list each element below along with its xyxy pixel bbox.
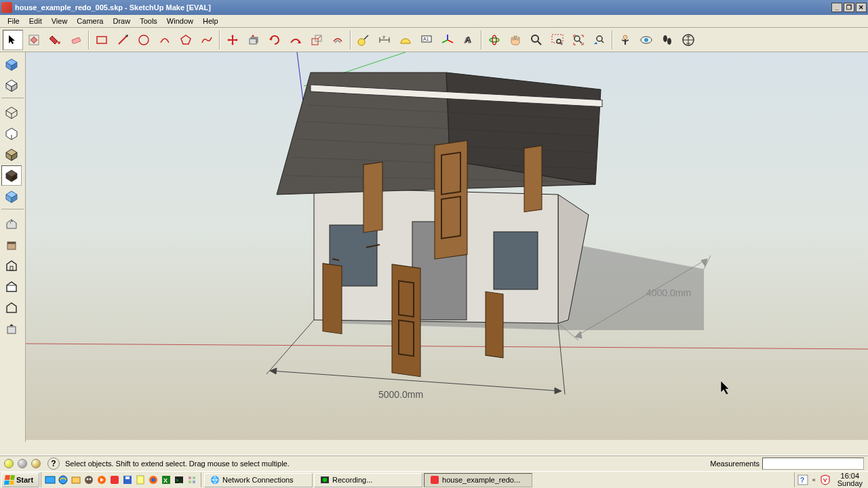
svg-rect-3 bbox=[97, 37, 106, 43]
paint-bucket-tool[interactable] bbox=[45, 30, 65, 50]
menu-camera[interactable]: Camera bbox=[72, 16, 108, 26]
console-icon[interactable]: >_ bbox=[173, 474, 185, 486]
status-hint: Select objects. Shift to extend select. … bbox=[65, 460, 290, 468]
section-plane-tool[interactable] bbox=[678, 30, 698, 50]
style-monochrome-icon[interactable] bbox=[1, 186, 22, 207]
rotate-tool[interactable] bbox=[264, 30, 285, 50]
geolocation-icon[interactable] bbox=[4, 459, 14, 468]
media-icon[interactable] bbox=[96, 474, 108, 486]
explorer-icon[interactable] bbox=[70, 474, 82, 486]
claim-credit-icon[interactable] bbox=[31, 459, 41, 468]
axes-tool[interactable] bbox=[437, 30, 458, 50]
credits-icon[interactable] bbox=[18, 459, 27, 468]
dimension-depth-label: 4000.0mm bbox=[646, 287, 691, 298]
warehouse-share-icon[interactable] bbox=[1, 235, 22, 255]
3d-text-tool[interactable]: AA bbox=[458, 30, 479, 50]
zoom-extents-tool[interactable] bbox=[568, 30, 589, 50]
scene-svg: 5000.0mm 4000.0mm bbox=[26, 52, 868, 440]
position-camera-tool[interactable] bbox=[615, 30, 635, 50]
svg-marker-6 bbox=[181, 35, 191, 44]
material-1-icon[interactable] bbox=[1, 54, 22, 75]
menu-file[interactable]: File bbox=[3, 16, 24, 26]
gimp-icon[interactable] bbox=[83, 474, 95, 486]
sketchup-ql-icon[interactable] bbox=[108, 474, 121, 486]
svg-line-11 bbox=[364, 35, 368, 39]
followme-tool[interactable] bbox=[285, 30, 306, 50]
tray-shield-icon[interactable]: V bbox=[820, 474, 831, 485]
style-shaded-icon[interactable] bbox=[1, 144, 22, 165]
polygon-tool[interactable] bbox=[176, 30, 196, 50]
dimension-width-label: 5000.0mm bbox=[378, 389, 423, 400]
arc-tool[interactable] bbox=[155, 30, 175, 50]
style-textured-icon[interactable] bbox=[1, 165, 22, 186]
svg-rect-98 bbox=[189, 481, 191, 483]
show-desktop-icon[interactable] bbox=[44, 474, 56, 486]
walk-tool[interactable] bbox=[657, 30, 677, 50]
warehouse-get-icon[interactable] bbox=[1, 214, 22, 234]
svg-rect-89 bbox=[137, 476, 144, 484]
zoom-tool[interactable] bbox=[526, 30, 547, 50]
zoom-window-tool[interactable] bbox=[547, 30, 568, 50]
model-viewport[interactable]: 5000.0mm 4000.0mm bbox=[26, 52, 868, 440]
make-component-tool[interactable] bbox=[24, 30, 44, 50]
notes-icon[interactable] bbox=[134, 474, 146, 486]
svg-point-102 bbox=[323, 478, 327, 482]
svg-point-82 bbox=[85, 476, 93, 484]
orbit-tool[interactable] bbox=[484, 30, 505, 50]
circle-tool[interactable] bbox=[134, 30, 154, 50]
move-tool[interactable] bbox=[222, 30, 243, 50]
svg-rect-47 bbox=[7, 242, 16, 244]
menu-tools[interactable]: Tools bbox=[135, 16, 162, 26]
freehand-tool[interactable] bbox=[197, 30, 217, 50]
tray-help-icon[interactable]: ? bbox=[797, 474, 808, 485]
select-tool[interactable] bbox=[3, 30, 23, 50]
ie-icon[interactable] bbox=[57, 474, 69, 486]
menu-view[interactable]: View bbox=[47, 16, 73, 26]
task-network[interactable]: Network Connections bbox=[204, 473, 313, 487]
text-tool[interactable]: A1 bbox=[416, 30, 437, 50]
firefox-icon[interactable] bbox=[147, 474, 159, 486]
task-recording[interactable]: Recording... bbox=[314, 473, 422, 487]
eraser-tool[interactable] bbox=[66, 30, 86, 50]
tape-measure-tool[interactable] bbox=[353, 30, 374, 50]
excel-icon[interactable]: X bbox=[160, 474, 172, 486]
pushpull-tool[interactable] bbox=[243, 30, 264, 50]
line-tool[interactable] bbox=[113, 30, 133, 50]
preview-gearth-icon[interactable] bbox=[1, 298, 22, 318]
help-icon[interactable]: ? bbox=[47, 458, 60, 470]
photo-textures-icon[interactable] bbox=[1, 277, 22, 297]
svg-point-84 bbox=[90, 479, 92, 481]
rectangle-tool[interactable] bbox=[92, 30, 112, 50]
style-hidden-icon[interactable] bbox=[1, 123, 22, 144]
app-icon-ql[interactable] bbox=[186, 474, 198, 486]
save-icon[interactable] bbox=[121, 474, 134, 486]
tray-expand-icon[interactable]: « bbox=[812, 476, 816, 483]
svg-text:V: V bbox=[823, 477, 827, 483]
style-wireframe-icon[interactable] bbox=[1, 102, 22, 123]
maximize-button[interactable]: ❐ bbox=[844, 3, 854, 12]
previous-view-tool[interactable] bbox=[589, 30, 610, 50]
menu-draw[interactable]: Draw bbox=[108, 16, 135, 26]
minimize-button[interactable]: _ bbox=[831, 3, 842, 12]
upload-component-icon[interactable] bbox=[1, 319, 22, 339]
svg-point-23 bbox=[490, 38, 499, 42]
protractor-tool[interactable] bbox=[395, 30, 416, 50]
taskbar-clock[interactable]: 16:04 Sunday bbox=[835, 472, 865, 487]
dimension-tool[interactable]: 3' bbox=[374, 30, 395, 50]
pan-tool[interactable] bbox=[505, 30, 526, 50]
menu-window[interactable]: Window bbox=[162, 16, 198, 26]
measurements-input[interactable] bbox=[762, 458, 864, 470]
svg-text:A1: A1 bbox=[423, 37, 429, 41]
scale-tool[interactable] bbox=[307, 30, 327, 50]
svg-rect-79 bbox=[45, 476, 55, 483]
building-maker-icon[interactable] bbox=[1, 256, 22, 276]
start-button[interactable]: Start bbox=[1, 472, 39, 487]
menu-edit[interactable]: Edit bbox=[24, 16, 47, 26]
material-2-icon[interactable] bbox=[1, 75, 22, 96]
menu-help[interactable]: Help bbox=[198, 16, 223, 26]
close-button[interactable]: ✕ bbox=[856, 3, 867, 12]
svg-point-91 bbox=[151, 478, 155, 482]
task-sketchup[interactable]: house_example_redo... bbox=[424, 473, 532, 487]
offset-tool[interactable] bbox=[328, 30, 348, 50]
look-around-tool[interactable] bbox=[636, 30, 656, 50]
